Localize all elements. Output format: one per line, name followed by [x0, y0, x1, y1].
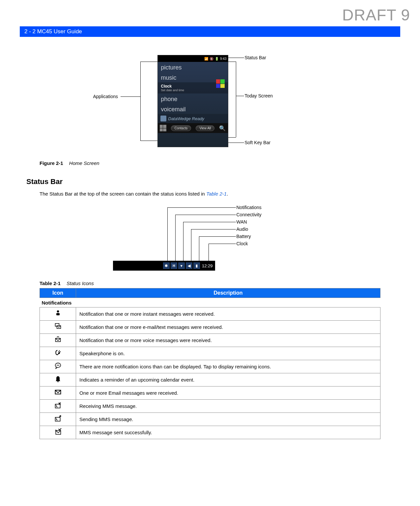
email-envelope-icon	[40, 386, 76, 400]
row-phone: phone	[158, 93, 228, 104]
callout-line	[228, 137, 236, 138]
table-row: Sending MMS message.	[40, 413, 380, 426]
sb-label-connectivity: Connectivity	[237, 212, 262, 217]
sb-icon-h: H	[171, 262, 177, 269]
callout-line	[140, 141, 157, 141]
more-notifications-icon	[40, 360, 76, 373]
speakerphone-icon	[40, 347, 76, 360]
table-row: Notification that one or more instant me…	[40, 307, 380, 321]
table-row: One or more Email messages were received…	[40, 386, 380, 400]
softkey-contacts: Contacts	[171, 125, 191, 131]
table-caption: Table 2-1 Status Icons	[40, 280, 400, 286]
table-row: MMS message sent successfully.	[40, 426, 380, 439]
row-desc: MMS message sent successfully.	[76, 426, 380, 439]
sb-line	[167, 207, 168, 261]
watermark-text: DRAFT 9	[342, 6, 410, 24]
phone-mockup: 📶 🔇 🔋 9:43 pictures music Clock Set date…	[157, 55, 228, 147]
mms-sent-icon	[40, 426, 76, 439]
sb-line	[209, 244, 209, 261]
status-bar-text-pre: The Status Bar at the top of the screen …	[40, 191, 206, 197]
row-desc: Receiving MMS message.	[76, 400, 380, 413]
page-content: Applications Status Bar Today Screen Sof…	[20, 37, 400, 439]
callout-status-bar: Status Bar	[245, 55, 266, 60]
callout-line	[236, 96, 244, 96]
clock-subtitle: Set date and time	[161, 89, 225, 92]
softkey-viewall: View All	[196, 125, 214, 131]
reminder-bell-icon	[40, 373, 76, 386]
sb-label-wan: WAN	[237, 219, 247, 225]
sb-line	[175, 215, 236, 215]
phone-status-bar: 📶 🔇 🔋 9:43	[158, 55, 228, 62]
callout-line	[228, 62, 236, 62]
windows-flag-icon	[216, 79, 225, 88]
row-desc: There are more notification icons than c…	[76, 360, 380, 373]
row-desc: Notification that one or more instant me…	[76, 307, 380, 321]
col-head-icon: Icon	[40, 288, 76, 298]
sb-label-audio: Audio	[237, 226, 248, 232]
table-section-notifications: Notifications	[40, 298, 380, 307]
mms-receiving-icon	[40, 400, 76, 413]
svg-line-6	[58, 350, 59, 352]
table-row: Receiving MMS message.	[40, 400, 380, 413]
row-pictures: pictures	[158, 62, 228, 72]
sb-bar: ✱ H ▾ ◀ ▮ 12:29	[113, 261, 215, 271]
svg-line-7	[59, 352, 61, 353]
signal-icon: 📶	[204, 57, 208, 61]
svg-point-0	[57, 310, 59, 313]
callout-line	[228, 143, 244, 143]
sb-line	[183, 222, 183, 261]
row-desc: Notification that one or more voice mess…	[76, 334, 380, 347]
svg-rect-1	[56, 313, 60, 315]
row-voicemail: voicemail	[158, 104, 228, 114]
row-desc: Speakerphone is on.	[76, 347, 380, 360]
row-desc: One or more Email messages were received…	[76, 386, 380, 400]
sb-line	[199, 236, 236, 237]
status-bar-description: The Status Bar at the top of the screen …	[40, 191, 400, 197]
battery-icon: 🔋	[215, 57, 219, 61]
audio-icon: 🔇	[210, 57, 213, 61]
sb-line	[191, 229, 191, 261]
callout-line	[228, 58, 244, 58]
sb-icon-battery: ▮	[193, 262, 200, 269]
phone-status-time: 9:43	[220, 57, 226, 61]
callout-line	[121, 96, 140, 97]
status-bar-text-post: .	[227, 191, 228, 197]
sb-line	[199, 236, 199, 261]
sb-line	[175, 215, 176, 261]
table-row: Notification that one or more e-mail/tex…	[40, 321, 380, 334]
callout-applications: Applications	[93, 94, 118, 99]
sb-icon-signal: ▾	[178, 262, 185, 269]
callout-soft-key-bar: Soft Key Bar	[245, 140, 271, 145]
start-icon	[160, 125, 166, 131]
phone-softkey-bar: Contacts View All 🔍	[158, 123, 228, 133]
datawedge-icon	[160, 116, 166, 121]
sb-label-clock: Clock	[237, 241, 248, 246]
figure-caption: Figure 2-1 Home Screen	[40, 160, 400, 166]
im-icon	[40, 307, 76, 321]
sb-line	[209, 244, 236, 244]
row-desc: Sending MMS message.	[76, 413, 380, 426]
col-head-description: Description	[76, 288, 380, 298]
page-header-bar: 2 - 2 MC45 User Guide	[20, 26, 400, 37]
sb-time: 12:29	[201, 263, 214, 268]
sb-label-notifications: Notifications	[237, 205, 262, 210]
callout-box-left	[140, 62, 141, 141]
sb-line	[167, 207, 236, 208]
datawedge-label: DataWedge Ready	[168, 116, 205, 121]
sb-line	[191, 229, 236, 229]
section-heading-status-bar: Status Bar	[26, 177, 400, 186]
email-text-icon	[40, 321, 76, 334]
callout-today-screen: Today Screen	[245, 93, 273, 98]
clock-title: Clock	[161, 84, 225, 89]
mms-sending-icon	[40, 413, 76, 426]
callout-box-right	[236, 62, 236, 137]
table-caption-title: Status Icons	[62, 280, 94, 286]
voicemail-icon	[40, 334, 76, 347]
status-icons-table: Icon Description Notifications Notificat…	[40, 288, 380, 439]
row-desc: Notification that one or more e-mail/tex…	[76, 321, 380, 334]
table-row: Speakerphone is on.	[40, 347, 380, 360]
svg-point-10	[57, 381, 58, 382]
link-table-2-1[interactable]: Table 2-1	[206, 191, 227, 197]
zoom-icon: 🔍	[219, 125, 226, 131]
sb-icon-bluetooth: ✱	[163, 262, 170, 269]
